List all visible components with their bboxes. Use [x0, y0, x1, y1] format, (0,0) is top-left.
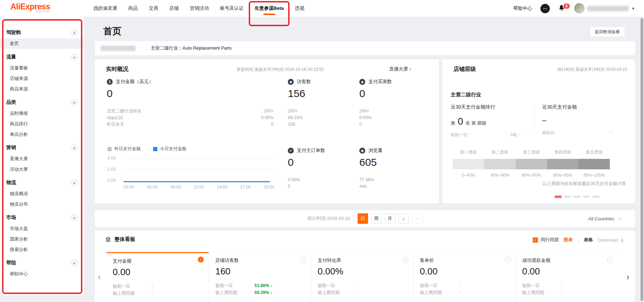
stat-time-label: 统计时间 2019-10-15 [307, 215, 350, 222]
live-screen-link[interactable]: 直播大屏 › [389, 66, 411, 72]
overview-controls: ✓ 同行同层 图表 | 表格 Download [533, 237, 624, 243]
aliexpress-logo[interactable]: AliExpress Seller Center [10, 2, 50, 13]
cmp-value: - [357, 282, 358, 289]
help-center-link[interactable]: 帮助中心 [513, 5, 532, 12]
back-to-data-button[interactable]: 返回数据纵横 [590, 27, 625, 37]
sub-value: 0 [271, 121, 274, 128]
pagination-dash[interactable] [574, 196, 581, 198]
chart-view-tab[interactable]: 图表 [564, 237, 573, 243]
sub-value: 0 [359, 121, 426, 128]
cmp-value: - [357, 289, 358, 296]
check-circle-icon[interactable]: ✓ [300, 257, 306, 263]
carousel-right-arrow[interactable]: › [626, 272, 629, 282]
collapse-arrow-icon[interactable]: ▲ [70, 53, 78, 61]
avatar [574, 3, 585, 14]
sidebar-item-help-center[interactable]: 帮助中心 [0, 269, 84, 279]
prev-date-button[interactable]: ‹ [398, 213, 409, 224]
nav-item-products[interactable]: 商品 [128, 0, 138, 17]
check-circle-icon[interactable]: ✓ [607, 257, 613, 263]
collapse-arrow-icon[interactable]: ▲ [70, 259, 78, 267]
sidebar-section-cockpit[interactable]: 驾驶舱 ▲ [0, 27, 84, 38]
section-title: 营销 [6, 145, 16, 151]
sidebar-item-product-ranking[interactable]: 商品排行 [0, 119, 84, 129]
nav-item-marketing[interactable]: 营销活动 [190, 0, 209, 17]
sidebar-item-logistics-distribution[interactable]: 物流分布 [0, 199, 84, 209]
pagination-dash[interactable] [564, 196, 571, 198]
tier-segment-3 [516, 159, 547, 169]
sidebar-section-marketing[interactable]: 营销 ▲ [0, 142, 84, 154]
sidebar-item-realtime-report[interactable]: 实时播报 [0, 108, 84, 119]
check-circle-icon[interactable]: ✓ [505, 257, 511, 263]
store-info-bar: 主营二级行业：Auto Replacement Parts [95, 41, 635, 55]
sidebar-section-market[interactable]: 市场 ▲ [0, 212, 84, 223]
week-button[interactable]: 周 [371, 213, 382, 224]
pagination-dash-active[interactable] [555, 196, 562, 198]
sidebar-item-traffic-board[interactable]: 流量看板 [0, 63, 84, 73]
country-selector[interactable]: All Countries [588, 216, 621, 221]
sub-value: 77.36% [359, 177, 426, 183]
page-scrollbar[interactable] [641, 18, 643, 301]
pagination-dash[interactable] [592, 196, 599, 198]
sidebar-item-home[interactable]: 首页 [0, 38, 84, 49]
caret-down-icon: ▼ [631, 7, 635, 10]
collapse-arrow-icon[interactable]: ▲ [70, 29, 78, 36]
industry-value: Auto Replacement Parts [182, 45, 232, 51]
sidebar-item-live-screen[interactable]: 直播大屏 [0, 154, 84, 164]
x-tick: 08:00 [170, 185, 181, 190]
cmp-label: 较前一日 [113, 283, 144, 290]
check-circle-icon[interactable]: ✓ [403, 257, 409, 263]
sub-value: 0.00% [261, 115, 274, 121]
nav-item-account[interactable]: 账号及认证 [220, 0, 244, 17]
collapse-arrow-icon[interactable]: ▲ [70, 179, 78, 186]
month-button[interactable]: 月 [385, 213, 395, 224]
notifications-button[interactable]: 6 [558, 5, 566, 12]
nav-item-orders[interactable]: 交易 [149, 0, 158, 17]
sidebar-item-activity-screen[interactable]: 活动大屏 [0, 164, 84, 175]
peer-checkbox[interactable]: ✓ [533, 237, 538, 243]
sidebar-item-product-source[interactable]: 商品来源 [0, 84, 84, 94]
layers-icon [105, 237, 111, 242]
sidebar-item-market-overview[interactable]: 市场大盘 [0, 223, 84, 234]
sidebar-section-help[interactable]: 帮助 ▲ [0, 257, 84, 269]
collapse-arrow-icon[interactable]: ▲ [70, 214, 78, 221]
realtime-card-title: 实时概况 [106, 66, 128, 73]
kpi-card-conversion-rate[interactable]: 支付转化率 ✓ 0.00% 较前一日- 较上周同期- [311, 252, 413, 302]
industry-label: 主营二级行业： [151, 45, 182, 51]
sidebar-section-category[interactable]: 品类 ▲ [0, 96, 84, 108]
sub-value: 200+ [264, 108, 274, 115]
notification-badge: 6 [563, 3, 570, 9]
sidebar-item-search-analysis[interactable]: 搜索分析 [0, 244, 84, 255]
nav-item-store[interactable]: 店铺 [170, 0, 179, 17]
sidebar-item-logistics-overview[interactable]: 物流概况 [0, 189, 84, 199]
eye-icon: ◉ [359, 148, 365, 154]
check-circle-icon[interactable]: ✓ [198, 257, 204, 263]
account-menu[interactable]: ▼ [574, 3, 635, 14]
pagination-dash[interactable] [583, 196, 590, 198]
nav-item-violations[interactable]: 违规 [295, 0, 304, 17]
day-button[interactable]: 日 [358, 213, 368, 224]
kpi-card-store-visitors[interactable]: 店铺访客数 ✓ 160 较前一日51.66%↓ 较上周同期59.39%↓ [209, 252, 311, 302]
kpi-card-pay-amount[interactable]: 支付金额 ✓ 0.00 较前一日- 较上周同期- [106, 252, 209, 302]
sidebar-section-traffic[interactable]: 流量 ▲ [0, 51, 84, 63]
sub-label: 昨日全天 [107, 121, 124, 128]
tier-amount-block: 近30天支付金额 – 较前日 – [542, 104, 619, 136]
table-view-tab[interactable]: 表格 [584, 237, 593, 243]
nav-item-myaliexpress[interactable]: 我的速卖通 [93, 0, 117, 17]
y-tick: 2.00 [107, 167, 115, 172]
sidebar-item-country-analysis[interactable]: 国家分析 [0, 234, 84, 244]
download-button[interactable]: Download [598, 237, 624, 243]
chat-icon[interactable]: ••• [540, 4, 550, 13]
kpi-card-avg-order-value[interactable]: 客单价 ✓ 0.00 较前一日- 较上周同期- [413, 252, 516, 302]
collapse-arrow-icon[interactable]: ▲ [70, 98, 78, 106]
collapse-arrow-icon[interactable]: ▲ [70, 144, 78, 152]
nav-item-business-advisor[interactable]: 生意参谋Beta [255, 0, 284, 17]
overview-board-card: 整体看板 ✓ 同行同层 图表 | 表格 Download ‹ › 支付金额 ✓ … [95, 230, 635, 302]
peer-checkbox-label[interactable]: 同行同层 [541, 237, 559, 243]
sidebar-item-store-source[interactable]: 店铺来源 [0, 73, 84, 84]
kpi-card-successful-refunds[interactable]: 成功退款金额 ✓ 0.00 较前一日- 较上周同期- [516, 252, 618, 302]
store-name-redacted [100, 46, 135, 51]
sidebar-section-logistics[interactable]: 物流 ▲ [0, 177, 84, 189]
carousel-left-arrow[interactable]: ‹ [98, 272, 101, 282]
sidebar-item-single-product[interactable]: 单品分析 [0, 129, 84, 140]
cmp-label: 较上周同期 [522, 289, 554, 296]
